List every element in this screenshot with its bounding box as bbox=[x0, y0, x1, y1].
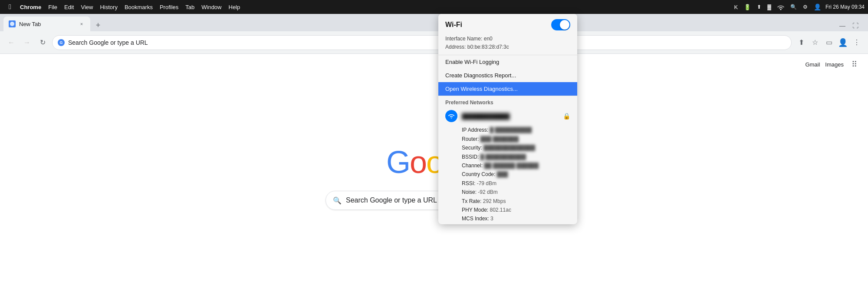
window-maximize-button[interactable]: ⛶ bbox=[850, 20, 861, 31]
svg-point-0 bbox=[10, 22, 14, 26]
wifi-network-item[interactable]: ████████████ 🔒 bbox=[438, 107, 577, 125]
reload-button[interactable]: ↻ bbox=[36, 37, 49, 49]
menubar-window[interactable]: Window bbox=[198, 0, 225, 14]
control-center-icon[interactable]: ⚙ bbox=[801, 4, 809, 10]
user-profile-icon[interactable]: 👤 bbox=[812, 3, 823, 10]
search-menu-icon[interactable]: 🔍 bbox=[789, 4, 799, 10]
bookmark-button[interactable]: ☆ bbox=[809, 37, 821, 49]
wifi-network-name-blurred: ████████████ bbox=[462, 113, 510, 120]
tab-favicon bbox=[9, 20, 16, 27]
wifi-detail-security: Security: ██████████████ bbox=[462, 143, 570, 152]
wifi-detail-country: Country Code: ███ bbox=[462, 170, 570, 179]
window-minimize-button[interactable]: — bbox=[837, 20, 848, 31]
tabbar: New Tab × + — ⛶ bbox=[0, 14, 868, 31]
menubar-bookmarks[interactable]: Bookmarks bbox=[121, 0, 156, 14]
wifi-network-details: IP Address: █ ██████████ Router: ███ ███… bbox=[438, 125, 577, 224]
wifi-detail-phy-mode: PHY Mode: 802.11ac bbox=[462, 206, 570, 214]
new-tab-button[interactable]: + bbox=[92, 19, 104, 31]
wifi-lock-icon: 🔒 bbox=[563, 113, 570, 120]
main-content: Gmail Images ⠿ Google 🔍 Search Google or… bbox=[0, 54, 868, 299]
search-icon: 🔍 bbox=[333, 196, 342, 205]
clock: Fri 26 May 09:34 bbox=[825, 4, 865, 10]
more-menu-button[interactable]: ⋮ bbox=[851, 37, 863, 49]
wifi-detail-router: Router: ███ ███████ bbox=[462, 135, 570, 143]
wifi-header: Wi-Fi bbox=[438, 14, 577, 33]
search-input-text: Search Google or type a URL bbox=[346, 196, 437, 204]
tab-close-button[interactable]: × bbox=[78, 20, 85, 27]
reading-mode-button[interactable]: ▭ bbox=[823, 37, 835, 49]
tab-title: New Tab bbox=[19, 21, 75, 27]
wifi-address-label: Address: bbox=[445, 44, 466, 50]
wifi-network-icon bbox=[445, 110, 457, 122]
menubar-profiles[interactable]: Profiles bbox=[156, 0, 182, 14]
wifi-detail-rssi: RSSI: -79 dBm bbox=[462, 179, 570, 188]
wifi-interface-info: Interface Name: en0 Address: b0:be:83:28… bbox=[438, 33, 577, 55]
toolbar: ← → ↻ G Search Google or type a URL ⬆ ☆ … bbox=[0, 31, 868, 54]
battery-icon[interactable]: ▓ bbox=[766, 4, 773, 10]
apple-menu[interactable]:  bbox=[3, 3, 16, 11]
address-bar[interactable]: G Search Google or type a URL bbox=[52, 35, 792, 50]
profile-button[interactable]: 👤 bbox=[837, 37, 849, 49]
wifi-status-icon[interactable] bbox=[776, 4, 786, 10]
google-apps-button[interactable]: ⠿ bbox=[849, 59, 859, 70]
active-tab[interactable]: New Tab × bbox=[3, 17, 90, 31]
forward-button[interactable]: → bbox=[21, 37, 33, 49]
menubar:  Chrome File Edit View History Bookmark… bbox=[0, 0, 868, 14]
toolbar-right: ⬆ ☆ ▭ 👤 ⋮ bbox=[795, 37, 863, 49]
backup-icon[interactable]: 🔋 bbox=[742, 4, 753, 10]
menubar-chrome[interactable]: Chrome bbox=[16, 0, 45, 14]
wifi-network-name: ████████████ bbox=[462, 113, 559, 120]
wifi-toggle[interactable] bbox=[551, 19, 570, 30]
upload-icon[interactable]: ⬆ bbox=[755, 4, 763, 10]
wifi-address-line: Address: b0:be:83:28:d7:3c bbox=[445, 43, 570, 51]
wifi-detail-bssid: BSSID: █ ███████████ bbox=[462, 153, 570, 161]
logo-o1: o bbox=[410, 145, 426, 179]
keystroke-icon[interactable]: K bbox=[733, 4, 740, 10]
menubar-view[interactable]: View bbox=[77, 0, 96, 14]
menubar-history[interactable]: History bbox=[96, 0, 121, 14]
wifi-address-value: b0:be:83:28:d7:3c bbox=[467, 44, 509, 50]
wifi-interface-value: en0 bbox=[484, 36, 493, 42]
back-button[interactable]: ← bbox=[5, 37, 17, 49]
wifi-detail-noise: Noise: -92 dBm bbox=[462, 188, 570, 196]
wifi-title: Wi-Fi bbox=[445, 21, 462, 29]
gmail-link[interactable]: Gmail bbox=[805, 61, 820, 68]
menubar-tab[interactable]: Tab bbox=[182, 0, 198, 14]
address-text: Search Google or type a URL bbox=[68, 39, 786, 46]
wifi-interface-label: Interface Name: bbox=[445, 36, 482, 42]
wifi-preferred-networks-header: Preferred Networks bbox=[438, 96, 577, 107]
wifi-detail-channel: Channel: ██ ██████ ██████ bbox=[462, 161, 570, 170]
share-button[interactable]: ⬆ bbox=[795, 37, 807, 49]
menubar-file[interactable]: File bbox=[45, 0, 61, 14]
wifi-menu-diagnostics-report[interactable]: Create Diagnostics Report... bbox=[438, 69, 577, 82]
wifi-panel: Wi-Fi Interface Name: en0 Address: b0:be… bbox=[438, 14, 577, 224]
menubar-edit[interactable]: Edit bbox=[61, 0, 77, 14]
wifi-menu-logging[interactable]: Enable Wi-Fi Logging bbox=[438, 55, 577, 69]
wifi-detail-mcs-index: MCS Index: 3 bbox=[462, 214, 570, 223]
images-link[interactable]: Images bbox=[825, 61, 844, 68]
logo-g: G bbox=[386, 145, 410, 179]
wifi-detail-ip: IP Address: █ ██████████ bbox=[462, 126, 570, 134]
google-icon: G bbox=[58, 39, 65, 46]
menubar-help[interactable]: Help bbox=[225, 0, 244, 14]
wifi-detail-tx-rate: Tx Rate: 292 Mbps bbox=[462, 197, 570, 206]
wifi-menu-wireless-diagnostics[interactable]: Open Wireless Diagnostics... bbox=[438, 82, 577, 96]
chrome-window: New Tab × + — ⛶ ← → ↻ G Search Google or… bbox=[0, 14, 868, 299]
wifi-interface-line: Interface Name: en0 bbox=[445, 35, 570, 43]
